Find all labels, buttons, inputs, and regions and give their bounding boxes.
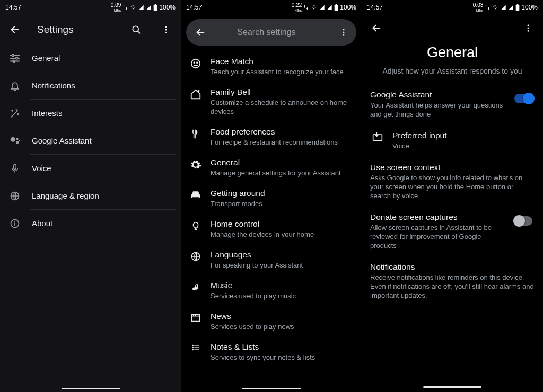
toggle-assistant[interactable] (514, 94, 532, 103)
item-title: Languages (211, 250, 353, 260)
svg-point-4 (165, 26, 167, 28)
status-bar: 14:57 0.09kB/s 100% (0, 0, 181, 15)
item-languages[interactable]: LanguagesFor speaking to your Assistant (181, 244, 362, 275)
assistant-icon (8, 135, 21, 147)
appbar (362, 15, 543, 41)
svg-point-22 (343, 29, 345, 30)
item-music[interactable]: MusicServices used to play music (181, 275, 362, 306)
item-title: Home control (211, 219, 353, 229)
general-list: Google AssistantYour Assistant helps ans… (362, 82, 543, 308)
svg-point-23 (343, 32, 345, 33)
item-family-bell[interactable]: Family BellCustomize a schedule to annou… (181, 82, 362, 121)
mic-icon (8, 163, 21, 174)
status-right: 0.09kB/s 100% (111, 3, 176, 13)
arrow-left-icon (371, 22, 382, 34)
phone-assistant-settings: 14:57 0.22kB/s 100% Search settings (181, 0, 362, 392)
item-language[interactable]: Language & region (0, 182, 181, 209)
svg-point-24 (343, 34, 345, 36)
item-title: Preferred input (392, 130, 535, 141)
svg-rect-16 (14, 164, 16, 169)
svg-rect-34 (194, 347, 199, 348)
signal-icon (508, 5, 514, 10)
assistant-settings-list[interactable]: Face MatchTeach your Assistant to recogn… (181, 48, 362, 367)
item-notifications[interactable]: Notifications (0, 72, 181, 99)
page-header: General Adjust how your Assistant respon… (362, 41, 543, 82)
svg-rect-20 (335, 5, 338, 11)
item-sub: Voice (392, 141, 535, 150)
overflow-button[interactable] (155, 19, 177, 40)
item-sub: Manage general settings for your Assista… (211, 168, 353, 177)
arrow-left-icon (9, 24, 21, 35)
status-time: 14:57 (5, 4, 21, 11)
item-about[interactable]: About (0, 210, 181, 237)
wifi-icon (492, 5, 499, 10)
back-button[interactable] (4, 19, 25, 40)
battery-icon (153, 4, 157, 11)
cutlery-icon (188, 128, 203, 140)
item-home-control[interactable]: Home controlManage the devices in your h… (181, 213, 362, 244)
item-notifications[interactable]: NotificationsReceive notifications like … (362, 256, 543, 306)
svg-point-25 (191, 59, 200, 68)
item-food[interactable]: Food preferencesFor recipe & restaurant … (181, 121, 362, 152)
item-label: Language & region (32, 191, 99, 200)
search-bar-wrap: Search settings (181, 15, 362, 48)
signal-icon (501, 5, 506, 10)
back-button[interactable] (366, 17, 387, 39)
nav-pill (62, 388, 120, 389)
item-sub: Your Assistant helps answer your questio… (370, 101, 507, 119)
signal-icon (138, 5, 144, 10)
page-title: General (374, 44, 530, 61)
item-sub: Services used to play news (211, 322, 353, 331)
svg-point-13 (16, 138, 18, 140)
svg-point-40 (528, 24, 529, 26)
item-general[interactable]: General (0, 44, 181, 72)
item-title: News (211, 311, 353, 322)
item-label: Notifications (32, 81, 75, 90)
nav-pill (242, 388, 301, 389)
item-title: General (211, 157, 353, 168)
search-bar[interactable]: Search settings (186, 19, 356, 46)
item-assistant[interactable]: Google Assistant (0, 127, 181, 154)
overflow-button[interactable] (518, 17, 539, 39)
item-sub: For speaking to your Assistant (211, 261, 353, 270)
item-sub: Allow screen captures in Assistant to be… (370, 223, 507, 250)
status-time: 14:57 (186, 4, 202, 11)
item-google-assistant[interactable]: Google AssistantYour Assistant helps ans… (362, 84, 543, 124)
svg-rect-32 (194, 345, 199, 345)
nav-bar[interactable] (181, 385, 362, 392)
item-title: Face Match (211, 56, 353, 67)
nav-bar[interactable] (362, 381, 543, 392)
status-bar: 14:57 0.22kB/s 100% (181, 0, 362, 15)
svg-point-35 (192, 349, 194, 351)
item-interests[interactable]: Interests (0, 100, 181, 127)
svg-point-42 (528, 30, 529, 32)
item-sub: For recipe & restaurant recommendations (211, 138, 353, 147)
item-title: Food preferences (211, 127, 353, 137)
nav-bar[interactable] (0, 385, 181, 392)
page-subtitle: Adjust how your Assistant responds to yo… (374, 66, 530, 76)
battery-pct: 100% (340, 4, 356, 11)
item-news[interactable]: NewsServices used to play news (181, 306, 362, 336)
svg-point-33 (192, 347, 194, 349)
search-placeholder: Search settings (204, 28, 329, 37)
svg-point-27 (197, 62, 198, 63)
more-vert-icon (161, 25, 171, 34)
overflow-button[interactable] (334, 23, 353, 42)
svg-rect-1 (154, 5, 157, 11)
item-preferred-input[interactable]: Preferred inputVoice (362, 124, 543, 156)
status-bar: 14:57 0.03kB/s 100% (362, 0, 543, 15)
svg-point-10 (12, 110, 13, 111)
item-donate-captures[interactable]: Donate screen capturesAllow screen captu… (362, 206, 543, 256)
item-general[interactable]: GeneralManage general settings for your … (181, 152, 362, 183)
item-getting-around[interactable]: Getting aroundTransport modes (181, 183, 362, 213)
item-label: Interests (32, 109, 63, 118)
item-title: Getting around (211, 188, 353, 199)
signal-icon (319, 5, 325, 10)
search-button[interactable] (126, 19, 147, 40)
item-voice[interactable]: Voice (0, 155, 181, 182)
toggle-donate[interactable] (514, 216, 532, 226)
item-face-match[interactable]: Face MatchTeach your Assistant to recogn… (181, 51, 362, 82)
item-screen-context[interactable]: Use screen contextAsks Google to show yo… (362, 156, 543, 206)
appbar: Settings (0, 15, 181, 44)
item-notes[interactable]: Notes & ListsServices to sync your notes… (181, 336, 362, 367)
